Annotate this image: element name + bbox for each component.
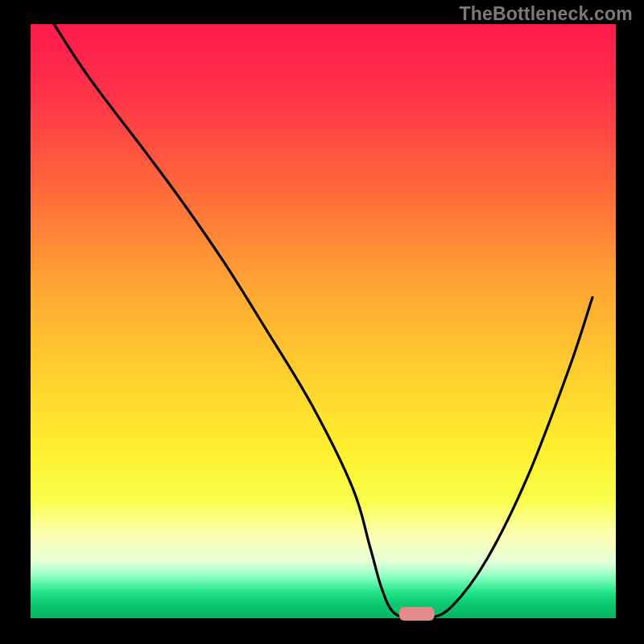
- watermark-text: TheBottleneck.com: [459, 3, 633, 25]
- chart-stage: TheBottleneck.com: [0, 0, 644, 644]
- bottleneck-chart: [0, 0, 644, 644]
- plot-background: [31, 24, 616, 618]
- optimal-marker: [399, 607, 435, 621]
